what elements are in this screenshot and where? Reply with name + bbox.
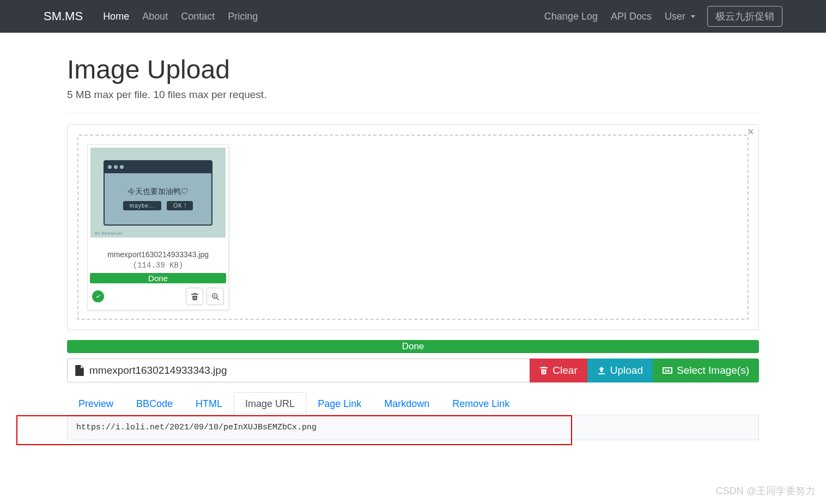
nav-apidocs[interactable]: API Docs <box>604 7 658 27</box>
nav-contact[interactable]: Contact <box>174 7 221 27</box>
result-tabs: Preview BBCode HTML Image URL Page Link … <box>67 392 759 415</box>
page-header: Image Upload 5 MB max per file. 10 files… <box>67 33 759 113</box>
file-thumbnail: 今天也要加油鸭♡ maybe... OK ! BY REANAUN <box>90 148 226 238</box>
file-name-label: mmexport1630214933343.jpg <box>91 250 225 259</box>
thumb-credit: BY REANAUN <box>95 232 122 235</box>
chevron-down-icon <box>691 15 695 18</box>
nav-changelog[interactable]: Change Log <box>538 7 604 27</box>
tab-preview[interactable]: Preview <box>67 392 125 415</box>
file-progress-bar: Done <box>90 273 226 283</box>
thumb-ok-button: OK ! <box>167 201 193 210</box>
magnify-plus-icon <box>211 293 220 301</box>
thumb-heading: 今天也要加油鸭♡ <box>127 187 189 197</box>
file-icon <box>75 365 84 376</box>
file-size-label: (114.39 KB) <box>91 261 225 270</box>
nav-about[interactable]: About <box>136 7 174 27</box>
delete-file-button[interactable] <box>186 288 203 305</box>
upload-button[interactable]: Upload <box>587 359 653 382</box>
tab-page-link[interactable]: Page Link <box>306 392 373 415</box>
top-navbar: SM.MS Home About Contact Pricing Change … <box>0 0 826 33</box>
global-progress-bar: Done <box>67 340 759 353</box>
upload-button-label: Upload <box>610 365 643 377</box>
page-title: Image Upload <box>67 54 759 84</box>
tab-bbcode[interactable]: BBCode <box>125 392 184 415</box>
trash-icon <box>191 293 199 301</box>
nav-user-dropdown[interactable]: User <box>658 7 702 27</box>
promo-button[interactable]: 极云九折促销 <box>707 6 782 27</box>
watermark-text: CSDN @王同学要努力 <box>716 484 815 497</box>
nav-home[interactable]: Home <box>96 7 136 27</box>
close-icon[interactable]: × <box>747 126 754 138</box>
nav-user-label: User <box>665 11 685 22</box>
nav-pricing[interactable]: Pricing <box>221 7 264 27</box>
clear-button[interactable]: Clear <box>530 359 587 382</box>
tab-image-url[interactable]: Image URL <box>234 392 306 415</box>
selected-file-name: mmexport1630214933343.jpg <box>89 365 227 377</box>
thumb-maybe-button: maybe... <box>123 201 161 210</box>
brand-logo[interactable]: SM.MS <box>44 9 83 23</box>
select-images-label: Select Image(s) <box>677 365 749 377</box>
upload-panel: × 今天也要加油鸭♡ maybe... OK ! <box>67 124 759 330</box>
trash-icon <box>539 366 548 375</box>
toolbar-row: mmexport1630214933343.jpg Clear Upload S… <box>67 359 759 382</box>
page-subtitle: 5 MB max per file. 10 files max per requ… <box>67 89 759 101</box>
zoom-file-button[interactable] <box>206 288 224 305</box>
upload-icon <box>597 366 606 375</box>
selected-files-box: mmexport1630214933343.jpg <box>67 359 530 382</box>
picture-icon <box>663 366 672 375</box>
select-images-button[interactable]: Select Image(s) <box>653 359 759 382</box>
clear-button-label: Clear <box>552 365 577 377</box>
tab-markdown[interactable]: Markdown <box>373 392 441 415</box>
dropzone[interactable]: 今天也要加油鸭♡ maybe... OK ! BY REANAUN mmexpo… <box>77 135 749 320</box>
tab-html[interactable]: HTML <box>184 392 234 415</box>
check-circle-icon <box>92 290 104 302</box>
file-card: 今天也要加油鸭♡ maybe... OK ! BY REANAUN mmexpo… <box>87 144 229 310</box>
image-url-output[interactable]: https://i.loli.net/2021/09/10/peInXUJBsE… <box>67 415 759 440</box>
tab-remove-link[interactable]: Remove Link <box>441 392 521 415</box>
